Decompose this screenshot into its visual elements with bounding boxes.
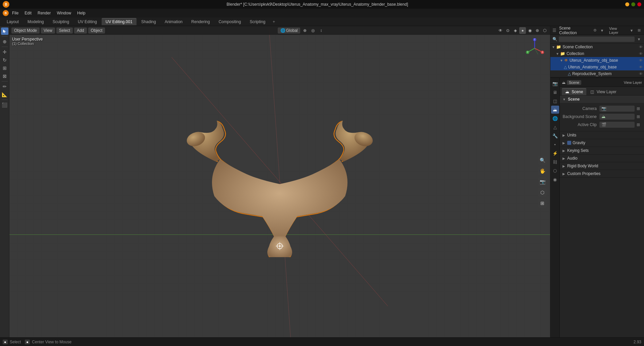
audio-section-header[interactable]: ▶ Audio	[560, 155, 644, 162]
gravity-section-header[interactable]: ▶ Gravity	[560, 139, 644, 147]
viewport-object-menu[interactable]: Object	[88, 27, 105, 34]
outliner-item-collection[interactable]: ▼ 📁 Collection 👁	[550, 50, 644, 57]
outliner-item-uterus-obj-base[interactable]: ▼ 👁 Uterus_Anatomy_obj_base 👁	[550, 57, 644, 64]
active-clip-browse-btn[interactable]: ⊞	[635, 122, 641, 128]
props-tab-render[interactable]: 📷	[551, 79, 559, 88]
tab-uv-editing[interactable]: UV Editing	[74, 18, 101, 25]
tab-animation[interactable]: Animation	[161, 18, 186, 25]
viewport-axis-gizmo[interactable]: Z X Y	[525, 38, 545, 58]
tab-sculpting[interactable]: Sculpting	[49, 18, 73, 25]
shading-solid[interactable]: ●	[519, 27, 526, 34]
props-tab-material[interactable]: ◉	[551, 175, 559, 183]
viewport-select-menu[interactable]: Select	[56, 27, 73, 34]
tool-add-cube[interactable]: ⬛	[1, 101, 8, 109]
props-tab-particles[interactable]: •	[551, 140, 559, 149]
menu-edit[interactable]: Edit	[22, 10, 34, 16]
viewlayer-add-remove[interactable]: ⊞	[636, 27, 642, 34]
visibility-icon-3[interactable]: 👁	[639, 65, 643, 69]
tool-measure[interactable]: 📐	[1, 91, 8, 98]
tab-compositing[interactable]: Compositing	[215, 18, 245, 25]
workspace-tabs: Layout Modeling Sculpting UV Editing UV …	[0, 17, 644, 26]
menu-help[interactable]: Help	[74, 10, 88, 16]
tab-uv-editing-001[interactable]: UV Editing.001	[102, 18, 137, 25]
viewport-zoom-in[interactable]: 🔍	[538, 156, 547, 165]
transform-options[interactable]: ↕	[318, 27, 324, 34]
xray-toggle[interactable]: ◈	[512, 27, 519, 34]
snap-toggle[interactable]: ⊕	[302, 27, 308, 34]
maximize-button[interactable]	[631, 2, 635, 6]
viewport-frame-all[interactable]: ⬡	[538, 188, 547, 197]
camera-field[interactable]: 📷	[599, 106, 635, 112]
custom-props-header[interactable]: ▶ Custom Properties	[560, 170, 644, 177]
viewport-overlay-toggle[interactable]: ⊙	[504, 27, 511, 34]
viewport-3d[interactable]: Object Mode View Select Add Object 🌐 Glo…	[9, 26, 550, 337]
props-tab-constraints[interactable]: ⛓	[551, 158, 559, 166]
outliner-tree[interactable]: ▼ 📁 Scene Collection 👁 ▼ 📁 Collection 👁 …	[550, 44, 644, 77]
viewport-toggle-grid[interactable]: ⊞	[538, 199, 547, 208]
transform-pivot-dropdown[interactable]: 🌐 Global	[278, 27, 301, 34]
menu-window[interactable]: Window	[54, 10, 74, 16]
visibility-icon-4[interactable]: 👁	[639, 72, 643, 76]
outliner-item-reproductive-system[interactable]: △ Reproductive_System 👁	[550, 70, 644, 77]
viewport-add-menu[interactable]: Add	[74, 27, 87, 34]
scene-section-header[interactable]: ▼ Scene	[560, 96, 644, 103]
gravity-checkbox[interactable]	[567, 141, 571, 145]
props-tab-world[interactable]: 🌐	[551, 114, 559, 122]
viewport-gizmo-toggle[interactable]: 👁	[497, 27, 504, 34]
viewport-header: Object Mode View Select Add Object 🌐 Glo…	[9, 26, 550, 35]
tool-rotate[interactable]: ↻	[1, 56, 8, 64]
tab-scripting[interactable]: Scripting	[246, 18, 269, 25]
tab-layout[interactable]: Layout	[3, 18, 23, 25]
outliner-item-scene-collection[interactable]: ▼ 📁 Scene Collection 👁	[550, 44, 644, 50]
props-tab-output[interactable]: 🖥	[551, 88, 559, 96]
viewport-view-menu[interactable]: View	[41, 27, 55, 34]
units-section-header[interactable]: ▶ Units	[560, 131, 644, 139]
tab-rendering[interactable]: Rendering	[187, 18, 214, 25]
close-button[interactable]	[637, 2, 641, 6]
props-tab-object[interactable]: △	[551, 123, 559, 131]
props-tab-data[interactable]: ⬡	[551, 167, 559, 175]
scene-dropdown[interactable]: Scene	[567, 80, 581, 85]
props-tab-scene[interactable]: ⛰	[551, 106, 559, 114]
tool-cursor[interactable]: ⊕	[1, 38, 8, 45]
visibility-icon-0[interactable]: 👁	[639, 45, 643, 49]
props-tab-viewlayer[interactable]: ◫	[551, 97, 559, 105]
keying-sets-header[interactable]: ▶ Keying Sets	[560, 147, 644, 154]
add-workspace-button[interactable]: +	[270, 18, 278, 25]
shading-rendered[interactable]: ⊛	[534, 27, 541, 34]
viewport-camera[interactable]: 📷	[538, 177, 547, 186]
tool-select[interactable]	[1, 27, 8, 35]
viewport-mode-dropdown[interactable]: Object Mode	[11, 27, 40, 34]
scene-tab[interactable]: ⛰ Scene	[562, 88, 586, 95]
menu-render[interactable]: Render	[35, 10, 53, 16]
menu-file[interactable]: File	[9, 10, 21, 16]
outliner-search-input[interactable]	[559, 37, 635, 42]
props-tab-physics[interactable]: ⚡	[551, 149, 559, 157]
filter-options[interactable]: ▼	[636, 36, 642, 42]
visibility-icon-2[interactable]: 👁	[639, 58, 643, 62]
tab-modeling[interactable]: Modeling	[23, 18, 48, 25]
visibility-icon-1[interactable]: 👁	[639, 52, 643, 56]
bg-scene-field[interactable]: ⛰	[599, 114, 635, 120]
outliner-filter-button[interactable]: ⚙	[592, 27, 598, 34]
tool-annotate[interactable]: ✏	[1, 83, 8, 90]
props-tab-modifier[interactable]: 🔧	[551, 132, 559, 140]
proportional-edit[interactable]: ◎	[310, 27, 316, 34]
viewport-nav-button[interactable]: 🖐	[538, 167, 547, 175]
viewport-nav-controls: 🔍 🖐 📷 ⬡ ⊞	[538, 156, 547, 208]
viewlayer-tab[interactable]: ◫ View Layer	[587, 89, 620, 95]
shading-wireframe[interactable]: ⬡	[541, 27, 548, 34]
camera-browse-btn[interactable]: ⊞	[635, 106, 641, 112]
tool-transform[interactable]: ⊠	[1, 72, 8, 80]
bg-scene-browse-btn[interactable]: ⊞	[635, 114, 641, 120]
rigid-body-section-header[interactable]: ▶ Rigid Body World	[560, 162, 644, 170]
tab-shading[interactable]: Shading	[137, 18, 160, 25]
minimize-button[interactable]	[625, 2, 629, 6]
tool-move[interactable]: ✛	[1, 48, 8, 56]
outliner-item-uterus-mesh[interactable]: △ Uterus_Anatomy_obj_base 👁	[550, 64, 644, 70]
viewlayer-options[interactable]: ▼	[629, 27, 635, 34]
outliner-options-button[interactable]: ▼	[599, 27, 605, 34]
active-clip-field[interactable]: 🎬	[599, 122, 635, 128]
shading-material[interactable]: ◉	[527, 27, 533, 34]
tool-scale[interactable]: ⊞	[1, 64, 8, 72]
